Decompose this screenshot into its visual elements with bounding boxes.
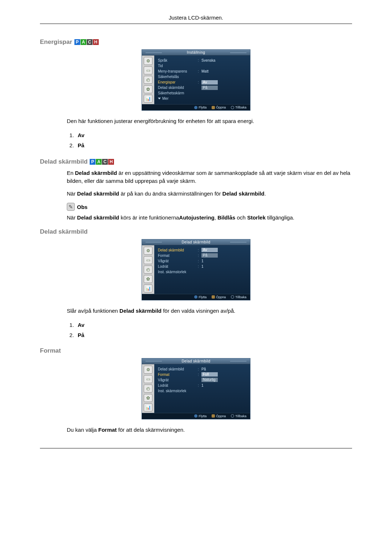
osd-value: Svenska [201,58,247,62]
osd-label: Vågrät [158,378,198,382]
osd-select-av[interactable]: Av [201,80,218,85]
osd-label: Lodrät [158,383,198,387]
option-pa: På [78,142,84,148]
t: för att dela skärmvisningen. [117,427,185,433]
open-icon [212,295,215,299]
format-desc: Du kan välja Format för att dela skärmvi… [67,426,352,434]
list-item: Av [75,320,352,331]
osd-label: Delad skärmbild [158,367,198,371]
badge-c: C [102,159,108,165]
osd-icon[interactable]: ◴ [144,266,152,274]
osd-value: 1 [201,259,247,263]
osd-sidebar-icons: ⚙ ▭ ◴ ✿ 📊 [142,245,154,294]
option-pa: På [78,332,84,338]
footer-move: Flytta [199,106,207,109]
osd-label: Lodrät [158,264,198,268]
t: Delad skärmbild [75,170,117,176]
heading-delad: Delad skärmbild [40,228,352,235]
osd-icon[interactable]: ◴ [144,385,152,393]
osd-energispar: Inställning ⚙ ▭ ◴ ✿ 📊 Språk:Svenska Tid … [142,49,250,111]
osd-icon[interactable]: 📊 [144,403,152,411]
option-av: Av [78,322,85,328]
osd-footer: Flytta Öppna Tillbaka [142,413,250,419]
heading-energispar-text: Energispar [40,38,72,46]
move-icon [194,414,197,418]
osd-icon[interactable]: ▭ [144,375,152,383]
osd-footer: Flytta Öppna Tillbaka [142,294,250,300]
osd-footer: Flytta Öppna Tillbaka [142,104,250,110]
t: för den valda visningen av/på. [162,308,235,314]
osd-label: Delad skärmbild [158,86,198,90]
pach-badge: P A C H [90,159,114,165]
footer-back: Tillbaka [235,106,246,109]
osd-icon[interactable]: ▭ [144,66,152,74]
t: Du kan välja [67,427,98,433]
osd-label: Format [158,254,198,258]
t: Storlek [247,214,266,221]
osd-value: 1 [201,264,247,268]
t: Delad skärmbild [77,190,119,197]
osd-select-full[interactable]: Full [201,372,218,377]
osd-title: Delad skärmbild [142,239,250,245]
delad-intro-p1: En Delad skärmbild är en uppsättning vid… [67,169,352,185]
osd-icon[interactable]: ✿ [144,394,152,402]
badge-c: C [87,39,93,45]
osd-title: Inställning [142,50,250,56]
t: är på kan du ändra skärminställningen fö… [119,190,222,197]
osd-icon[interactable]: ⚙ [144,366,152,374]
t: Delad skärmbild [119,308,162,314]
badge-p: P [90,159,95,165]
t: körs är inte funktionerna [119,214,179,221]
osd-label-highlight: Delad skärmbild [158,248,198,252]
osd-select-naturlig[interactable]: Naturlig [201,378,218,382]
osd-icon[interactable]: 📊 [144,284,152,292]
t: När [67,190,77,197]
back-icon [231,106,234,109]
osd-icon[interactable]: ✿ [144,275,152,283]
osd-title: Delad skärmbild [142,358,250,364]
osd-select-pa[interactable]: På [201,253,218,258]
footer-open: Öppna [216,295,226,299]
t: tillgängliga. [266,214,294,221]
osd-value: Matt [201,69,247,73]
t: Autojustering [179,214,215,221]
footer-back: Tillbaka [235,295,246,299]
t: och [235,214,247,221]
footer-back: Tillbaka [235,414,246,418]
delad-options: Av På [67,320,352,341]
osd-icon[interactable]: ⚙ [144,57,152,65]
back-icon [231,414,234,418]
osd-sidebar-icons: ⚙ ▭ ◴ ✿ 📊 [142,364,154,413]
badge-h: H [108,159,114,165]
t: Delad skärmbild [222,190,265,197]
osd-icon[interactable]: 📊 [144,95,152,103]
list-item: Av [75,130,352,141]
page-bottom-rule [40,448,352,448]
heading-format: Format [40,347,352,354]
t: Delad skärmbild [77,214,119,221]
osd-label: Inst. skärmstorlek [158,270,198,274]
osd-format: Delad skärmbild ⚙ ▭ ◴ ✿ 📊 Delad skärmbil… [142,358,250,419]
osd-select-av[interactable]: Av [201,248,218,252]
osd-label: Vågrät [158,259,198,263]
t: En [67,170,75,176]
delad-desc: Slår av/på funktionen Delad skärmbild fö… [67,307,352,315]
open-icon [212,414,215,418]
osd-value: 1 [201,383,247,387]
energispar-options: Av På [67,130,352,151]
move-icon [194,295,197,299]
osd-icon[interactable]: ⚙ [144,247,152,255]
page-header: Justera LCD-skärmen. [40,15,352,24]
heading-delad-intro-text: Delad skärmbild [40,158,87,165]
osd-label: Språk [158,58,198,62]
osd-label: Tid [158,64,198,68]
osd-delad: Delad skärmbild ⚙ ▭ ◴ ✿ 📊 Delad skärmbil… [142,239,250,300]
osd-label-highlight: Energispar [158,80,198,84]
arrow-down-icon [158,98,161,99]
osd-icon[interactable]: ✿ [144,85,152,93]
note-obs: ✎ Obs [67,203,352,211]
osd-icon[interactable]: ▭ [144,256,152,264]
osd-select-pa[interactable]: På [201,86,218,90]
badge-h: H [93,39,99,45]
osd-icon[interactable]: ◴ [144,76,152,84]
